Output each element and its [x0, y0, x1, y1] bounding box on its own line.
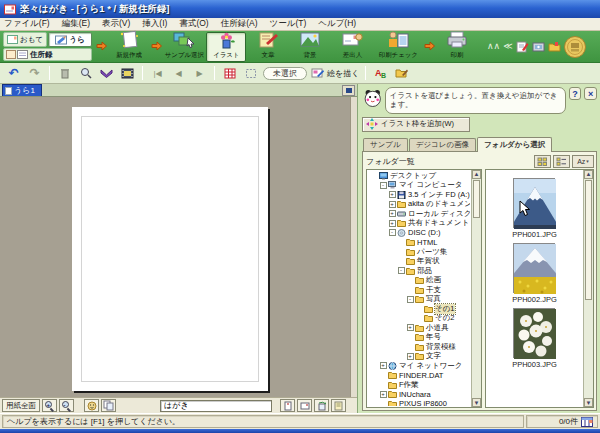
copy-page-button[interactable]: [101, 399, 116, 412]
sort-button[interactable]: Az▾: [572, 155, 594, 168]
thumbnail-image[interactable]: [513, 308, 555, 358]
page-setup-button[interactable]: [331, 399, 346, 412]
tree-item-9[interactable]: 年賀状: [368, 256, 470, 266]
ribbon-tool-button[interactable]: [98, 65, 115, 81]
tree-scroll-up[interactable]: ▲: [472, 170, 481, 179]
rotate-page-button[interactable]: [314, 399, 329, 412]
draw-picture-button[interactable]: 絵を描く: [311, 67, 359, 79]
thumbnail-item-3[interactable]: PPH003.JPG: [512, 308, 557, 369]
tree-expander[interactable]: +: [388, 210, 396, 218]
front-side-tab[interactable]: おもて: [3, 32, 47, 47]
postcard-page[interactable]: [72, 107, 268, 391]
thumb-scroll-thumb[interactable]: [585, 180, 592, 300]
nav-first-button[interactable]: |◀: [149, 65, 166, 81]
tree-item-17[interactable]: 年号: [368, 332, 470, 342]
photo-tool-icon[interactable]: [532, 40, 545, 53]
tree-item-0[interactable]: デスクトップ: [368, 171, 470, 181]
menu-item-6[interactable]: ツール(T): [270, 18, 307, 30]
canvas-scrollbar[interactable]: [350, 97, 357, 397]
full-page-button[interactable]: 用紙全面: [2, 399, 40, 412]
menu-item-5[interactable]: 住所録(A): [221, 18, 258, 30]
panel-close-button[interactable]: ×: [584, 87, 597, 100]
background-button[interactable]: 背景: [290, 32, 330, 62]
tree-item-15[interactable]: その2: [368, 313, 470, 323]
new-button[interactable]: 新規作成: [109, 32, 149, 62]
zoom-in-button[interactable]: +: [42, 399, 57, 412]
collapse-left-icon[interactable]: ≪: [503, 42, 512, 51]
menu-item-4[interactable]: 書式(O): [179, 18, 208, 30]
sample-button[interactable]: サンプル選択: [164, 32, 204, 62]
canvas-area[interactable]: [0, 97, 357, 397]
paper-portrait-button[interactable]: [280, 399, 295, 412]
zoom-out-button[interactable]: -: [59, 399, 74, 412]
sender-button[interactable]: 差出人: [332, 32, 372, 62]
nav-next-button[interactable]: ▶: [191, 65, 208, 81]
thumbnail-scrollbar[interactable]: ▲ ▼: [583, 170, 593, 407]
tree-item-8[interactable]: パーツ集: [368, 247, 470, 257]
tree-expander[interactable]: +: [379, 362, 387, 370]
menu-item-7[interactable]: ヘルプ(H): [318, 18, 356, 30]
tree-item-7[interactable]: HTML: [368, 237, 470, 247]
tree-expander[interactable]: -: [379, 181, 387, 189]
undo-button[interactable]: ↶: [5, 65, 22, 81]
tree-item-selected[interactable]: その1: [368, 304, 470, 314]
tree-expander[interactable]: -: [397, 267, 405, 275]
thumb-scroll-up[interactable]: ▲: [584, 170, 593, 179]
back-side-tab[interactable]: うら: [48, 32, 92, 47]
support-coin-icon[interactable]: [563, 35, 587, 59]
tree-item-2[interactable]: +3.5 インチ FD (A:): [368, 190, 470, 200]
menu-item-1[interactable]: 編集(E): [62, 18, 90, 30]
document-tab[interactable]: うら1: [2, 84, 42, 96]
slide-list-button[interactable]: [119, 65, 136, 81]
nav-prev-button[interactable]: ◀: [170, 65, 187, 81]
print-check-button[interactable]: 印刷チェック: [374, 32, 422, 62]
folder-edit-button[interactable]: [393, 65, 410, 81]
tree-expander[interactable]: +: [379, 390, 387, 398]
tree-item-18[interactable]: 背景模様: [368, 342, 470, 352]
tab-list-button[interactable]: [342, 85, 355, 96]
tree-scrollbar[interactable]: ▲ ▼: [471, 170, 481, 407]
tree-scroll-thumb[interactable]: [473, 180, 480, 218]
stamp-face-button[interactable]: [84, 399, 99, 412]
paper-type-field[interactable]: [160, 400, 272, 412]
menu-item-3[interactable]: 挿入(I): [142, 18, 167, 30]
redo-button[interactable]: ↷: [26, 65, 43, 81]
tree-expander[interactable]: +: [388, 219, 396, 227]
tree-item-20[interactable]: +マイ ネットワーク: [368, 361, 470, 371]
tree-item-4[interactable]: +ローカル ディスク (C:): [368, 209, 470, 219]
tree-item-12[interactable]: 干支: [368, 285, 470, 295]
tree-scroll-down[interactable]: ▼: [472, 398, 481, 407]
help-button[interactable]: ?: [569, 87, 582, 100]
text-button[interactable]: 文章: [248, 32, 288, 62]
import-folder-icon[interactable]: [548, 40, 561, 53]
zoom-select-button[interactable]: [77, 65, 94, 81]
tree-item-3[interactable]: +akita のドキュメント: [368, 199, 470, 209]
thumbnail-view-button[interactable]: [534, 155, 551, 168]
tree-item-21[interactable]: FINDER.DAT: [368, 370, 470, 380]
thumbnail-image[interactable]: [513, 243, 555, 293]
collapse-up-icon[interactable]: ∧∧: [487, 42, 500, 51]
tree-item-19[interactable]: +文字: [368, 351, 470, 361]
thumb-scroll-down[interactable]: ▼: [584, 398, 593, 407]
tree-expander[interactable]: -: [406, 295, 414, 303]
tree-expander[interactable]: +: [388, 191, 396, 199]
thumbnail-item-2[interactable]: PPH002.JPG: [512, 243, 557, 304]
tree-item-1[interactable]: -マイ コンピュータ: [368, 180, 470, 190]
delete-button[interactable]: [56, 65, 73, 81]
tree-expander[interactable]: +: [406, 324, 414, 332]
tree-expander[interactable]: +: [406, 352, 414, 360]
tree-item-22[interactable]: F作業: [368, 380, 470, 390]
tree-item-11[interactable]: 絵画: [368, 275, 470, 285]
tree-item-16[interactable]: +小道具: [368, 323, 470, 333]
exit-button[interactable]: 終了: [592, 32, 600, 62]
panel-tab-2[interactable]: フォルダから選択: [477, 137, 552, 152]
print-button[interactable]: 印刷: [437, 32, 477, 62]
memo-pen-icon[interactable]: [516, 40, 529, 53]
address-grid-button[interactable]: [221, 65, 238, 81]
menu-item-0[interactable]: ファイル(F): [4, 18, 50, 30]
tree-item-24[interactable]: PIXUS iP8600: [368, 399, 470, 406]
menu-item-2[interactable]: 表示(V): [102, 18, 130, 30]
tree-expander[interactable]: -: [388, 229, 396, 237]
frame-select-button[interactable]: [242, 65, 259, 81]
illustration-button[interactable]: イラスト: [206, 32, 246, 62]
